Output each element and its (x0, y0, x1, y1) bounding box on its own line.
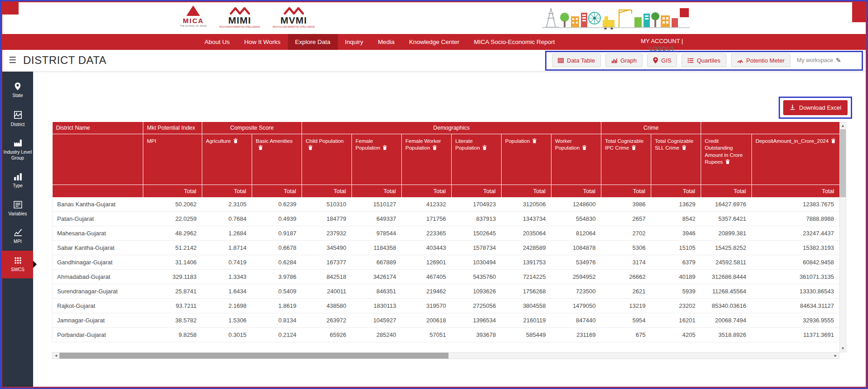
table-row[interactable]: Banas Kantha-Gujarat50.20622.31050.62395… (53, 197, 840, 212)
group-header-blank (701, 122, 840, 134)
value-cell: 723500 (551, 284, 601, 298)
nav-item-media[interactable]: Media (371, 34, 402, 50)
value-cell: 20068.7494 (701, 313, 752, 327)
table-row[interactable]: Ahmadabad-Gujarat329.11831.33433.9786842… (53, 269, 840, 284)
value-cell: 649337 (352, 211, 402, 226)
view-button-potentio-meter[interactable]: Potentio Meter (731, 53, 791, 67)
scroll-right-arrow-icon[interactable]: ► (832, 353, 839, 359)
value-cell: 184779 (302, 211, 352, 226)
value-cell: 93.7211 (143, 298, 202, 313)
value-cell: 0.2124 (252, 327, 302, 342)
download-excel-button[interactable]: Download Excel (783, 100, 848, 115)
delete-column-icon[interactable] (258, 145, 263, 152)
scroll-down-arrow-icon[interactable]: ▼ (840, 345, 846, 352)
hamburger-icon[interactable]: ☰ (9, 55, 16, 65)
my-workspace-label: My workspace (797, 57, 833, 63)
sidebar-item-mpi[interactable]: MPI (2, 223, 33, 251)
table-row[interactable]: Surendranagar-Gujarat25.87411.64340.5409… (53, 284, 840, 298)
value-cell: 24592.5811 (701, 255, 752, 269)
sidebar-item-district[interactable]: District (2, 105, 33, 134)
potentio-meter-icon (737, 58, 743, 63)
value-cell: 312686.8444 (701, 269, 752, 284)
main-nav: About UsHow It WorksExplore DataInquiryM… (2, 34, 866, 50)
sidebar-item-swcs[interactable]: SWCS (2, 251, 33, 279)
delete-column-icon[interactable] (234, 138, 238, 146)
value-cell: 1030494 (452, 255, 502, 269)
my-workspace-link[interactable]: My workspace ✎ (797, 57, 841, 64)
table-row[interactable]: Gandhinagar-Gujarat31.14060.74190.628416… (53, 255, 840, 269)
value-cell: 812064 (551, 226, 601, 240)
table-row[interactable]: Rajkot-Gujarat93.72112.16981.86194385801… (53, 298, 840, 313)
logout-link[interactable]: LOGOUT (641, 45, 683, 53)
mvmi-logo[interactable]: MVMI MICA VILLAGE MARKETING INTELLIGENCE (273, 5, 315, 28)
vertical-scroll-thumb[interactable] (840, 129, 846, 197)
scroll-up-arrow-icon[interactable]: ▲ (840, 122, 846, 129)
column-header-female-population: Female Population (352, 134, 402, 185)
table-row[interactable]: Porbandar-Gujarat9.82580.30150.212465926… (53, 327, 840, 342)
nav-item-explore-data[interactable]: Explore Data (288, 34, 338, 50)
value-cell: 263972 (302, 313, 352, 327)
table-row[interactable]: Sabar Kantha-Gujarat51.21421.87140.66783… (53, 240, 840, 255)
delete-column-icon[interactable] (532, 138, 536, 146)
view-button-label: Data Table (567, 57, 595, 64)
mvmi-logo-text: MVMI (280, 15, 307, 25)
delete-column-icon[interactable] (433, 145, 437, 152)
value-cell: 31.1406 (143, 255, 202, 269)
value-cell: 15425.8252 (701, 240, 752, 255)
table-row[interactable]: Jamnagar-Gujarat38.57821.53060.813426397… (53, 313, 840, 327)
nav-item-knowledge-center[interactable]: Knowledge Center (402, 34, 467, 50)
value-cell: 585449 (502, 327, 551, 342)
value-cell: 1248600 (551, 197, 601, 212)
value-cell: 2657 (601, 211, 651, 226)
sidebar-item-variables[interactable]: Variables (2, 195, 33, 223)
table-row[interactable]: Patan-Gujarat22.02590.76840.493918477964… (53, 211, 840, 226)
sidebar-item-label: MPI (14, 239, 22, 245)
value-cell: 403443 (402, 240, 452, 255)
sidebar-item-type[interactable]: Type (2, 167, 33, 195)
mimi-logo[interactable]: MIMI MICA INDIAN MARKETING INTELLIGENCE (219, 5, 260, 28)
sidebar-item-state[interactable]: State (2, 77, 33, 105)
delete-column-icon[interactable] (383, 145, 387, 152)
nav-item-about-us[interactable]: About Us (197, 34, 237, 50)
my-account-link[interactable]: MY ACCOUNT | (641, 37, 683, 45)
value-cell: 219462 (402, 284, 452, 298)
view-button-graph[interactable]: Graph (605, 53, 643, 67)
delete-column-icon[interactable] (726, 159, 730, 166)
sidebar-item-label: Industry Level Group (3, 150, 32, 161)
value-cell: 5306 (601, 240, 651, 255)
value-cell: 467405 (402, 269, 452, 284)
value-cell: 22.0259 (143, 211, 202, 226)
delete-column-icon[interactable] (682, 145, 686, 152)
delete-column-icon[interactable] (632, 145, 636, 152)
value-cell: 3120506 (502, 197, 551, 212)
view-button-data-table[interactable]: Data Table (552, 53, 601, 67)
delete-column-icon[interactable] (831, 138, 835, 146)
value-cell: 223365 (402, 226, 452, 240)
value-cell: 329.1183 (143, 269, 202, 284)
view-button-gis[interactable]: GIS (647, 53, 677, 67)
mica-logo[interactable]: MICA THE SCHOOL OF IDEAS (180, 5, 207, 27)
delete-column-icon[interactable] (483, 145, 487, 152)
nav-item-mica-socio-economic-report[interactable]: MICA Socio-Economic Report (467, 34, 562, 50)
scroll-left-arrow-icon[interactable]: ◄ (53, 353, 59, 359)
nav-item-inquiry[interactable]: Inquiry (338, 34, 371, 50)
table-row[interactable]: Mahesana-Gujarat48.29621.26840.918723793… (53, 226, 840, 240)
sidebar-item-industry-level-group[interactable]: Industry Level Group (2, 133, 33, 167)
horizontal-scrollbar[interactable]: ◄ ► (52, 352, 839, 359)
type-chart-icon (14, 173, 22, 180)
nav-item-how-it-works[interactable]: How It Works (237, 34, 288, 50)
column-header-literate-population: Literate Population (452, 134, 502, 185)
column-header-label: Population (505, 138, 530, 144)
vertical-scrollbar[interactable]: ▲ ▼ (839, 122, 846, 352)
value-cell: 3174 (601, 255, 651, 269)
view-button-quartiles[interactable]: Quartiles (682, 53, 726, 67)
mica-logo-text: MICA (183, 17, 204, 24)
table-container: District NameMkt Potential IndexComposit… (52, 122, 839, 342)
horizontal-scroll-thumb[interactable] (59, 353, 449, 359)
value-cell: 13629 (651, 197, 701, 212)
value-cell: 345490 (302, 240, 352, 255)
delete-column-icon[interactable] (582, 145, 586, 152)
value-cell: 20899.381 (701, 226, 752, 240)
sidebar-item-label: Type (13, 183, 23, 189)
delete-column-icon[interactable] (308, 145, 312, 152)
